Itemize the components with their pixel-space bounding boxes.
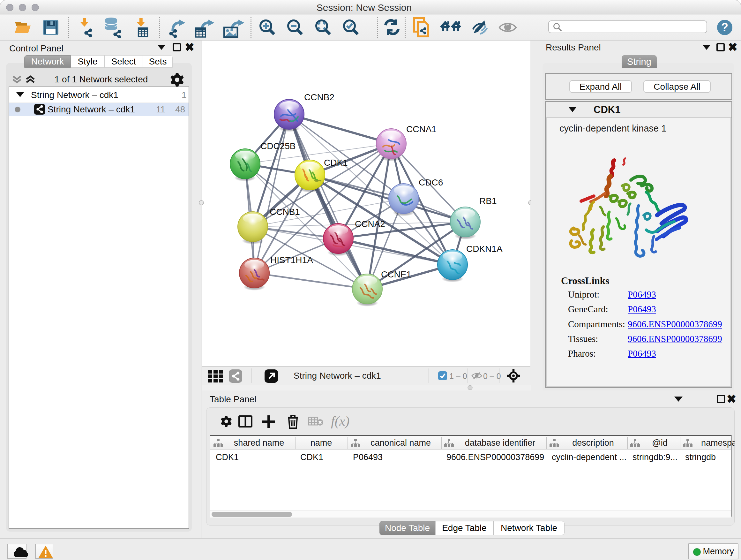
svg-text:CCNB1: CCNB1	[270, 207, 300, 217]
svg-text:CDC25B: CDC25B	[260, 141, 295, 151]
svg-text:CDK1: CDK1	[324, 158, 348, 168]
svg-text:CCNA2: CCNA2	[355, 219, 385, 229]
svg-text:?: ?	[721, 21, 728, 34]
svg-text:CDKN1A: CDKN1A	[466, 244, 502, 254]
svg-text:CDC6: CDC6	[419, 178, 443, 187]
svg-text:CCNA1: CCNA1	[406, 124, 436, 134]
svg-text:RB1: RB1	[479, 196, 496, 206]
svg-text:CCNB2: CCNB2	[304, 92, 334, 102]
svg-text:CCNE1: CCNE1	[381, 269, 411, 279]
svg-text:HIST1H1A: HIST1H1A	[270, 255, 313, 265]
